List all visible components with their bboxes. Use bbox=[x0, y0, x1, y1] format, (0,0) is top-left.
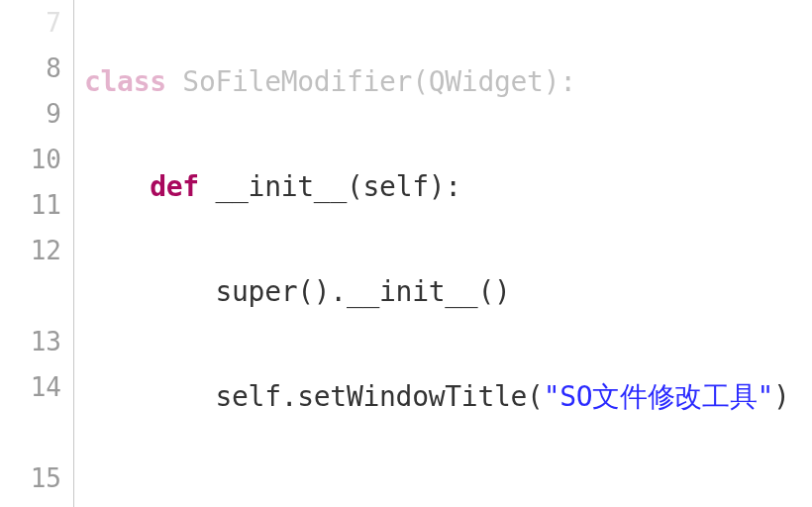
line-number-wrap bbox=[0, 410, 61, 456]
string-literal: "SO文件修改工具" bbox=[544, 380, 773, 413]
class-name: SoFileModifier bbox=[182, 65, 412, 98]
line-number: 12 bbox=[0, 228, 61, 273]
paren: ) bbox=[429, 170, 446, 203]
paren: ) bbox=[773, 380, 790, 413]
keyword-def: def bbox=[150, 170, 199, 203]
keyword-class: class bbox=[84, 65, 166, 98]
dunder: __init__ bbox=[347, 275, 477, 308]
code-line: class SoFileModifier(QWidget): bbox=[84, 59, 812, 105]
code-text: self.setWindowTitle( bbox=[215, 380, 543, 413]
line-number: 13 bbox=[0, 319, 61, 364]
paren: ) bbox=[544, 65, 560, 98]
code-line: super().__init__() bbox=[84, 269, 812, 315]
param: self bbox=[363, 170, 429, 203]
line-number: 9 bbox=[0, 91, 61, 137]
line-number: 7 bbox=[0, 0, 61, 46]
parens: () bbox=[477, 275, 510, 308]
line-number: 15 bbox=[0, 456, 61, 501]
code-area[interactable]: class SoFileModifier(QWidget): def __ini… bbox=[74, 0, 812, 507]
code-line-blank bbox=[84, 479, 812, 507]
line-number: 11 bbox=[0, 182, 61, 228]
paren: ( bbox=[412, 65, 429, 98]
line-number: 10 bbox=[0, 137, 61, 182]
method-name: __init__ bbox=[215, 170, 346, 203]
code-line: def __init__(self): bbox=[84, 164, 812, 210]
line-number-gutter: 7 8 9 10 11 12 13 14 15 bbox=[0, 0, 74, 507]
code-line: self.setWindowTitle("SO文件修改工具") bbox=[84, 374, 812, 420]
colon: : bbox=[559, 65, 576, 98]
paren: ( bbox=[347, 170, 363, 203]
line-number: 8 bbox=[0, 46, 61, 91]
base-class: QWidget bbox=[429, 65, 544, 98]
code-text: super(). bbox=[215, 275, 346, 308]
line-number-wrap bbox=[0, 273, 61, 319]
code-editor: 7 8 9 10 11 12 13 14 15 class SoFileModi… bbox=[0, 0, 812, 507]
colon: : bbox=[445, 170, 461, 203]
line-number: 14 bbox=[0, 364, 61, 410]
